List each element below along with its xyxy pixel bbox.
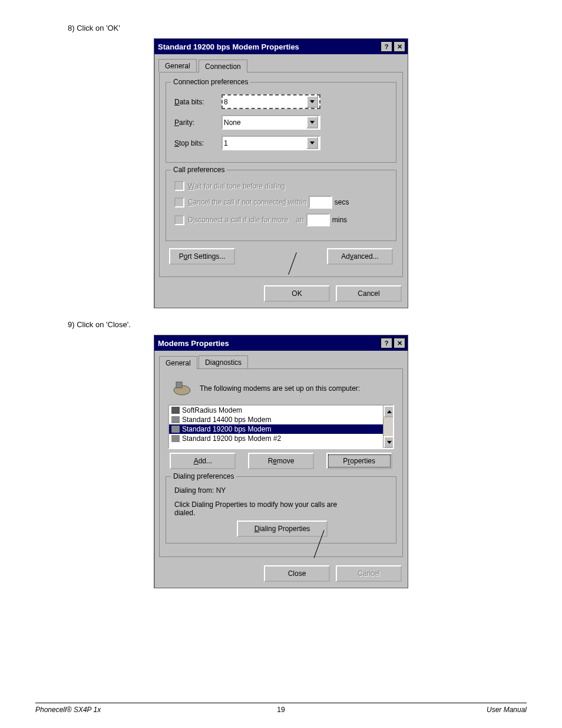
wait-label: Wait for dial tone before dialing <box>188 182 285 190</box>
close-icon[interactable]: ✕ <box>394 41 405 52</box>
list-item[interactable]: Standard 19200 bps Modem #2 <box>169 434 393 443</box>
stop-bits-label: Stop bits: <box>174 139 222 147</box>
advanced-button[interactable]: Advanced... <box>327 248 393 265</box>
modem-item-icon <box>171 416 180 423</box>
dialing-preferences-group: Dialing preferences Dialing from: NY Cli… <box>166 476 396 543</box>
cancel-button[interactable]: Cancel <box>336 285 402 302</box>
dialog2-title: Modems Properties <box>157 339 379 348</box>
cancel-label: Cancel the call if not connected within <box>188 198 306 206</box>
modem-item-icon <box>171 435 180 442</box>
help-icon[interactable]: ? <box>381 338 392 348</box>
disconnect-idle-checkbox[interactable]: Disconnect a call if idle for more an mi… <box>174 213 390 226</box>
conn-prefs-legend: Connection preferences <box>171 78 250 86</box>
properties-button[interactable]: Properties <box>326 453 392 469</box>
dropdown-icon[interactable] <box>306 95 318 108</box>
dialing-prefs-legend: Dialing preferences <box>171 472 236 480</box>
footer-right: User Manual <box>487 706 527 714</box>
scroll-down-icon[interactable] <box>384 436 394 448</box>
modem-item-icon <box>171 407 180 414</box>
data-bits-label: Data bits: <box>174 98 222 106</box>
close-icon[interactable]: ✕ <box>394 338 405 348</box>
mins-label: mins <box>332 216 347 224</box>
remove-button[interactable]: Remove <box>248 453 314 469</box>
close-button[interactable]: Close <box>264 565 330 582</box>
checkbox-icon[interactable] <box>174 197 184 207</box>
list-item[interactable]: Standard 14400 bps Modem <box>169 415 393 424</box>
tab-diagnostics[interactable]: Diagnostics <box>199 355 248 368</box>
modem-list[interactable]: SoftRadius Modem Standard 14400 bps Mode… <box>168 404 394 449</box>
checkbox-icon[interactable] <box>174 181 184 191</box>
intro-text: The following modems are set up on this … <box>200 384 360 393</box>
modem-item-icon <box>171 426 180 433</box>
call-prefs-legend: Call preferences <box>171 166 227 174</box>
wait-dial-tone-checkbox[interactable]: Wait for dial tone before dialing <box>174 181 390 191</box>
dialing-hint: Click Dialing Properties to modify how y… <box>174 500 390 517</box>
scrollbar[interactable] <box>383 406 393 448</box>
cancel-call-checkbox[interactable]: Cancel the call if not connected within … <box>174 196 390 209</box>
parity-select[interactable]: None <box>222 115 320 130</box>
data-bits-select[interactable]: 8 <box>222 94 320 109</box>
cancel-secs-field[interactable] <box>309 196 332 209</box>
tab-connection[interactable]: Connection <box>199 60 247 73</box>
help-icon[interactable]: ? <box>381 41 392 52</box>
tab-general[interactable]: General <box>159 356 197 369</box>
titlebar: Modems Properties ? ✕ <box>154 335 408 351</box>
list-item[interactable]: SoftRadius Modem <box>169 406 393 415</box>
ok-button[interactable]: OK <box>264 285 330 302</box>
modem-icon <box>171 380 193 397</box>
call-preferences-group: Call preferences Wait for dial tone befo… <box>166 170 396 241</box>
step-8-text: 8) Click on 'OK' <box>68 24 527 32</box>
cancel-button-disabled: Cancel <box>336 565 402 582</box>
tab-row: General Diagnostics <box>154 351 408 368</box>
footer-left: Phonecell® SX4P 1x <box>35 706 101 714</box>
parity-label: Parity: <box>174 118 222 127</box>
checkbox-icon[interactable] <box>174 215 184 225</box>
dropdown-icon[interactable] <box>306 116 318 129</box>
connection-preferences-group: Connection preferences Data bits: 8 Pari… <box>166 82 396 163</box>
port-settings-button[interactable]: Port Settings... <box>169 248 235 265</box>
idle-mins-field[interactable] <box>306 213 330 226</box>
svg-rect-1 <box>176 382 182 388</box>
dialing-properties-button[interactable]: Dialing Properties <box>237 521 328 537</box>
idle-label: Disconnect a call if idle for more an <box>188 216 304 224</box>
modems-properties-dialog: Modems Properties ? ✕ General Diagnostic… <box>154 335 408 588</box>
dialing-from-label: Dialing from: NY <box>174 486 390 495</box>
dialog1-title: Standard 19200 bps Modem Properties <box>157 42 379 51</box>
add-button[interactable]: Add... <box>170 453 236 469</box>
scroll-up-icon[interactable] <box>384 406 394 417</box>
stop-bits-select[interactable]: 1 <box>222 136 320 150</box>
secs-label: secs <box>335 198 349 206</box>
tab-row: General Connection <box>154 54 408 72</box>
tab-general[interactable]: General <box>158 59 197 72</box>
titlebar: Standard 19200 bps Modem Properties ? ✕ <box>154 39 408 54</box>
step-9-text: 9) Click on 'Close'. <box>68 320 527 329</box>
page-footer: Phonecell® SX4P 1x 19 User Manual <box>35 703 527 714</box>
dropdown-icon[interactable] <box>306 137 318 149</box>
list-item[interactable]: Standard 19200 bps Modem <box>169 424 393 434</box>
modem-properties-dialog: Standard 19200 bps Modem Properties ? ✕ … <box>154 38 408 308</box>
footer-page-number: 19 <box>277 706 285 714</box>
